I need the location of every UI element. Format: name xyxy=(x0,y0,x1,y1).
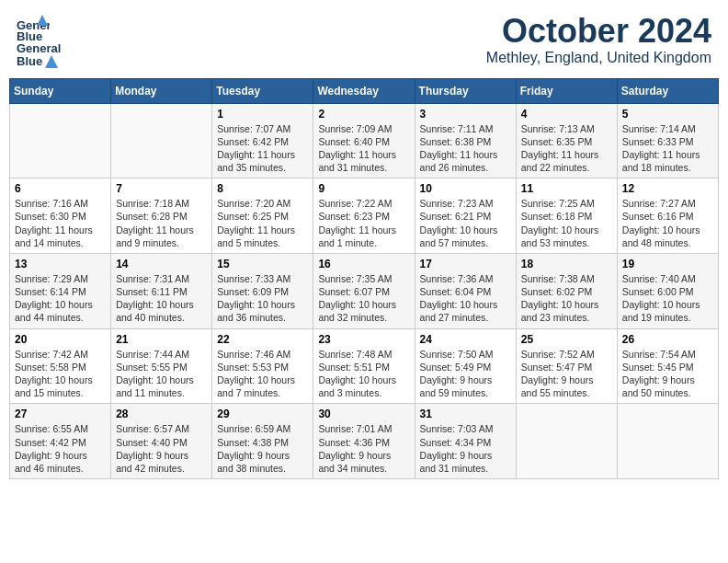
day-number: 19 xyxy=(622,258,713,270)
week-row-4: 20Sunrise: 7:42 AMSunset: 5:58 PMDayligh… xyxy=(10,328,719,404)
day-info: Sunrise: 7:33 AMSunset: 6:09 PMDaylight:… xyxy=(217,272,308,325)
day-header-friday: Friday xyxy=(516,78,617,103)
day-info: Sunrise: 7:29 AMSunset: 6:14 PMDaylight:… xyxy=(15,272,106,325)
day-info: Sunrise: 7:20 AMSunset: 6:25 PMDaylight:… xyxy=(217,197,308,249)
calendar-cell: 7Sunrise: 7:18 AMSunset: 6:28 PMDaylight… xyxy=(111,178,212,254)
day-number: 26 xyxy=(622,333,713,346)
day-number: 23 xyxy=(318,333,409,346)
day-info: Sunrise: 7:36 AMSunset: 6:04 PMDaylight:… xyxy=(420,272,511,325)
calendar-header: SundayMondayTuesdayWednesdayThursdayFrid… xyxy=(10,78,719,103)
day-number: 16 xyxy=(318,258,409,270)
calendar-cell: 14Sunrise: 7:31 AMSunset: 6:11 PMDayligh… xyxy=(111,253,212,328)
day-header-wednesday: Wednesday xyxy=(313,78,415,103)
day-header-tuesday: Tuesday xyxy=(212,78,313,103)
day-info: Sunrise: 7:44 AMSunset: 5:55 PMDaylight:… xyxy=(116,348,207,400)
day-number: 27 xyxy=(15,408,106,420)
day-number: 31 xyxy=(420,408,511,420)
day-number: 18 xyxy=(521,258,612,270)
calendar-cell: 19Sunrise: 7:40 AMSunset: 6:00 PMDayligh… xyxy=(617,253,718,328)
day-info: Sunrise: 6:55 AMSunset: 4:42 PMDaylight:… xyxy=(15,422,106,475)
day-info: Sunrise: 7:16 AMSunset: 6:30 PMDaylight:… xyxy=(15,197,106,249)
day-info: Sunrise: 7:27 AMSunset: 6:16 PMDaylight:… xyxy=(622,197,713,249)
day-info: Sunrise: 7:25 AMSunset: 6:18 PMDaylight:… xyxy=(521,197,612,249)
day-header-thursday: Thursday xyxy=(415,78,516,103)
calendar-cell: 21Sunrise: 7:44 AMSunset: 5:55 PMDayligh… xyxy=(111,328,212,404)
day-number: 2 xyxy=(318,108,409,121)
calendar-cell: 13Sunrise: 7:29 AMSunset: 6:14 PMDayligh… xyxy=(10,253,111,328)
day-number: 25 xyxy=(521,333,612,346)
svg-text:Blue: Blue xyxy=(17,29,42,43)
day-number: 5 xyxy=(622,108,713,121)
calendar-cell: 17Sunrise: 7:36 AMSunset: 6:04 PMDayligh… xyxy=(415,253,516,328)
calendar-cell: 29Sunrise: 6:59 AMSunset: 4:38 PMDayligh… xyxy=(212,404,313,479)
day-info: Sunrise: 7:35 AMSunset: 6:07 PMDaylight:… xyxy=(318,272,409,325)
day-info: Sunrise: 6:57 AMSunset: 4:40 PMDaylight:… xyxy=(116,422,207,475)
day-number: 20 xyxy=(15,333,106,346)
calendar-cell: 3Sunrise: 7:11 AMSunset: 6:38 PMDaylight… xyxy=(415,103,516,178)
calendar-cell: 25Sunrise: 7:52 AMSunset: 5:47 PMDayligh… xyxy=(516,328,617,404)
day-number: 17 xyxy=(420,258,511,270)
day-info: Sunrise: 7:03 AMSunset: 4:34 PMDaylight:… xyxy=(420,422,511,475)
day-number: 6 xyxy=(15,182,106,195)
calendar-cell: 11Sunrise: 7:25 AMSunset: 6:18 PMDayligh… xyxy=(516,178,617,254)
calendar-cell: 30Sunrise: 7:01 AMSunset: 4:36 PMDayligh… xyxy=(313,404,415,479)
day-info: Sunrise: 7:50 AMSunset: 5:49 PMDaylight:… xyxy=(420,348,511,400)
calendar-cell: 16Sunrise: 7:35 AMSunset: 6:07 PMDayligh… xyxy=(313,253,415,328)
calendar-cell: 10Sunrise: 7:23 AMSunset: 6:21 PMDayligh… xyxy=(415,178,516,254)
day-number: 22 xyxy=(217,333,308,346)
calendar-cell: 5Sunrise: 7:14 AMSunset: 6:33 PMDaylight… xyxy=(617,103,718,178)
calendar-cell: 27Sunrise: 6:55 AMSunset: 4:42 PMDayligh… xyxy=(10,404,111,479)
week-row-2: 6Sunrise: 7:16 AMSunset: 6:30 PMDaylight… xyxy=(10,178,719,254)
day-header-saturday: Saturday xyxy=(617,78,718,103)
calendar-cell xyxy=(516,404,617,479)
day-number: 10 xyxy=(420,182,511,195)
day-number: 24 xyxy=(420,333,511,346)
day-number: 1 xyxy=(217,108,308,121)
week-row-1: 1Sunrise: 7:07 AMSunset: 6:42 PMDaylight… xyxy=(10,103,719,178)
day-info: Sunrise: 7:31 AMSunset: 6:11 PMDaylight:… xyxy=(116,272,207,325)
calendar-cell xyxy=(617,404,718,479)
calendar-cell xyxy=(10,103,111,178)
calendar-cell: 24Sunrise: 7:50 AMSunset: 5:49 PMDayligh… xyxy=(415,328,516,404)
logo-line2: Blue xyxy=(17,55,61,68)
day-number: 9 xyxy=(318,182,409,195)
calendar-cell: 31Sunrise: 7:03 AMSunset: 4:34 PMDayligh… xyxy=(415,404,516,479)
day-number: 28 xyxy=(116,408,207,420)
location: Methley, England, United Kingdom xyxy=(486,50,711,66)
calendar-cell: 6Sunrise: 7:16 AMSunset: 6:30 PMDaylight… xyxy=(10,178,111,254)
calendar-cell: 22Sunrise: 7:46 AMSunset: 5:53 PMDayligh… xyxy=(212,328,313,404)
day-number: 13 xyxy=(15,258,106,270)
svg-marker-3 xyxy=(45,55,58,68)
calendar-cell: 26Sunrise: 7:54 AMSunset: 5:45 PMDayligh… xyxy=(617,328,718,404)
day-info: Sunrise: 7:54 AMSunset: 5:45 PMDaylight:… xyxy=(622,348,713,400)
calendar-cell: 9Sunrise: 7:22 AMSunset: 6:23 PMDaylight… xyxy=(313,178,415,254)
day-number: 14 xyxy=(116,258,207,270)
day-info: Sunrise: 7:11 AMSunset: 6:38 PMDaylight:… xyxy=(420,122,511,175)
day-number: 21 xyxy=(116,333,207,346)
day-info: Sunrise: 7:07 AMSunset: 6:42 PMDaylight:… xyxy=(217,122,308,175)
week-row-5: 27Sunrise: 6:55 AMSunset: 4:42 PMDayligh… xyxy=(10,404,719,479)
day-info: Sunrise: 7:48 AMSunset: 5:51 PMDaylight:… xyxy=(318,348,409,400)
calendar-cell: 20Sunrise: 7:42 AMSunset: 5:58 PMDayligh… xyxy=(10,328,111,404)
day-info: Sunrise: 7:40 AMSunset: 6:00 PMDaylight:… xyxy=(622,272,713,325)
day-info: Sunrise: 7:01 AMSunset: 4:36 PMDaylight:… xyxy=(318,422,409,475)
calendar-cell: 4Sunrise: 7:13 AMSunset: 6:35 PMDaylight… xyxy=(516,103,617,178)
day-info: Sunrise: 7:23 AMSunset: 6:21 PMDaylight:… xyxy=(420,197,511,249)
calendar-cell: 8Sunrise: 7:20 AMSunset: 6:25 PMDaylight… xyxy=(212,178,313,254)
header: General Blue General Blue October 2024 M… xyxy=(9,9,719,73)
day-number: 15 xyxy=(217,258,308,270)
day-info: Sunrise: 7:46 AMSunset: 5:53 PMDaylight:… xyxy=(217,348,308,400)
day-number: 12 xyxy=(622,182,713,195)
logo: General Blue General Blue xyxy=(17,13,61,69)
day-number: 30 xyxy=(318,408,409,420)
day-number: 29 xyxy=(217,408,308,420)
calendar-cell: 2Sunrise: 7:09 AMSunset: 6:40 PMDaylight… xyxy=(313,103,415,178)
day-number: 11 xyxy=(521,182,612,195)
title-block: October 2024 Methley, England, United Ki… xyxy=(486,13,711,66)
day-info: Sunrise: 7:22 AMSunset: 6:23 PMDaylight:… xyxy=(318,197,409,249)
calendar-cell: 28Sunrise: 6:57 AMSunset: 4:40 PMDayligh… xyxy=(111,404,212,479)
day-number: 4 xyxy=(521,108,612,121)
day-info: Sunrise: 7:42 AMSunset: 5:58 PMDaylight:… xyxy=(15,348,106,400)
day-info: Sunrise: 6:59 AMSunset: 4:38 PMDaylight:… xyxy=(217,422,308,475)
calendar-cell: 12Sunrise: 7:27 AMSunset: 6:16 PMDayligh… xyxy=(617,178,718,254)
